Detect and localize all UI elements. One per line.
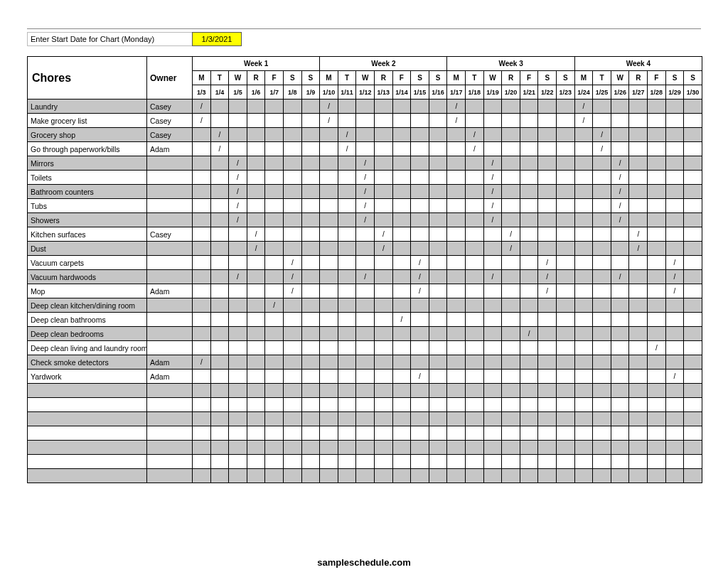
day-cell[interactable] [684, 298, 702, 313]
day-cell[interactable] [466, 370, 484, 384]
day-cell[interactable] [283, 199, 301, 213]
day-cell[interactable] [611, 313, 629, 327]
day-cell[interactable] [392, 398, 411, 412]
day-cell[interactable]: / [665, 370, 684, 384]
day-cell[interactable] [629, 213, 648, 227]
day-cell[interactable] [247, 270, 265, 284]
day-cell[interactable] [557, 455, 575, 469]
day-cell[interactable] [557, 227, 575, 242]
day-cell[interactable] [411, 185, 429, 199]
day-cell[interactable] [193, 156, 211, 171]
day-cell[interactable] [538, 327, 557, 341]
day-cell[interactable] [247, 384, 265, 398]
day-cell[interactable] [210, 441, 229, 455]
chore-cell[interactable]: Grocery shop [28, 128, 147, 142]
day-cell[interactable] [375, 256, 393, 270]
day-cell[interactable] [520, 370, 538, 384]
day-cell[interactable] [247, 156, 265, 171]
day-cell[interactable] [283, 370, 301, 384]
day-cell[interactable] [283, 213, 301, 227]
day-cell[interactable] [502, 384, 520, 398]
day-cell[interactable] [247, 341, 265, 355]
day-cell[interactable] [466, 99, 484, 114]
day-cell[interactable] [338, 242, 356, 256]
day-cell[interactable] [466, 256, 484, 270]
day-cell[interactable] [574, 327, 593, 341]
day-cell[interactable] [447, 398, 466, 412]
chore-cell[interactable]: Deep clean living and laundry rooms [28, 341, 147, 355]
day-cell[interactable] [392, 455, 411, 469]
day-cell[interactable] [574, 199, 593, 213]
day-cell[interactable] [375, 426, 393, 441]
day-cell[interactable] [411, 398, 429, 412]
day-cell[interactable]: / [483, 270, 502, 284]
chore-cell[interactable] [28, 412, 147, 426]
day-cell[interactable] [502, 313, 520, 327]
day-cell[interactable] [338, 455, 356, 469]
day-cell[interactable] [392, 270, 411, 284]
day-cell[interactable] [247, 256, 265, 270]
day-cell[interactable] [593, 412, 611, 426]
day-cell[interactable] [392, 370, 411, 384]
day-cell[interactable] [338, 114, 356, 128]
day-cell[interactable] [356, 284, 375, 298]
day-cell[interactable] [611, 455, 629, 469]
day-cell[interactable] [265, 355, 284, 370]
owner-cell[interactable] [147, 398, 193, 412]
day-cell[interactable] [684, 142, 702, 156]
day-cell[interactable] [429, 185, 447, 199]
day-cell[interactable] [265, 114, 284, 128]
day-cell[interactable] [301, 341, 320, 355]
chore-cell[interactable]: Mop [28, 284, 147, 298]
day-cell[interactable] [283, 142, 301, 156]
day-cell[interactable] [466, 327, 484, 341]
day-cell[interactable] [375, 142, 393, 156]
day-cell[interactable] [265, 398, 284, 412]
day-cell[interactable] [193, 469, 211, 483]
day-cell[interactable] [520, 99, 538, 114]
day-cell[interactable] [665, 412, 684, 426]
day-cell[interactable] [247, 298, 265, 313]
day-cell[interactable] [392, 199, 411, 213]
day-cell[interactable] [502, 398, 520, 412]
day-cell[interactable] [483, 355, 502, 370]
day-cell[interactable] [301, 355, 320, 370]
day-cell[interactable] [338, 298, 356, 313]
day-cell[interactable] [502, 99, 520, 114]
owner-cell[interactable] [147, 185, 193, 199]
day-cell[interactable] [483, 284, 502, 298]
day-cell[interactable] [338, 171, 356, 185]
day-cell[interactable]: / [411, 270, 429, 284]
day-cell[interactable]: / [538, 270, 557, 284]
day-cell[interactable] [247, 412, 265, 426]
day-cell[interactable] [520, 441, 538, 455]
day-cell[interactable] [611, 242, 629, 256]
day-cell[interactable] [538, 99, 557, 114]
day-cell[interactable] [629, 284, 648, 298]
day-cell[interactable] [684, 185, 702, 199]
day-cell[interactable] [574, 455, 593, 469]
day-cell[interactable] [320, 213, 338, 227]
day-cell[interactable] [648, 298, 666, 313]
day-cell[interactable] [648, 370, 666, 384]
day-cell[interactable] [283, 298, 301, 313]
day-cell[interactable] [648, 313, 666, 327]
day-cell[interactable] [665, 114, 684, 128]
day-cell[interactable]: / [466, 128, 484, 142]
day-cell[interactable] [265, 426, 284, 441]
day-cell[interactable] [447, 313, 466, 327]
day-cell[interactable] [520, 298, 538, 313]
day-cell[interactable] [210, 384, 229, 398]
day-cell[interactable] [648, 142, 666, 156]
day-cell[interactable] [210, 355, 229, 370]
day-cell[interactable] [520, 185, 538, 199]
day-cell[interactable] [392, 426, 411, 441]
day-cell[interactable] [320, 355, 338, 370]
owner-cell[interactable]: Adam [147, 355, 193, 370]
day-cell[interactable] [538, 199, 557, 213]
day-cell[interactable] [538, 426, 557, 441]
day-cell[interactable] [557, 341, 575, 355]
day-cell[interactable] [229, 384, 247, 398]
day-cell[interactable] [356, 426, 375, 441]
day-cell[interactable] [429, 327, 447, 341]
